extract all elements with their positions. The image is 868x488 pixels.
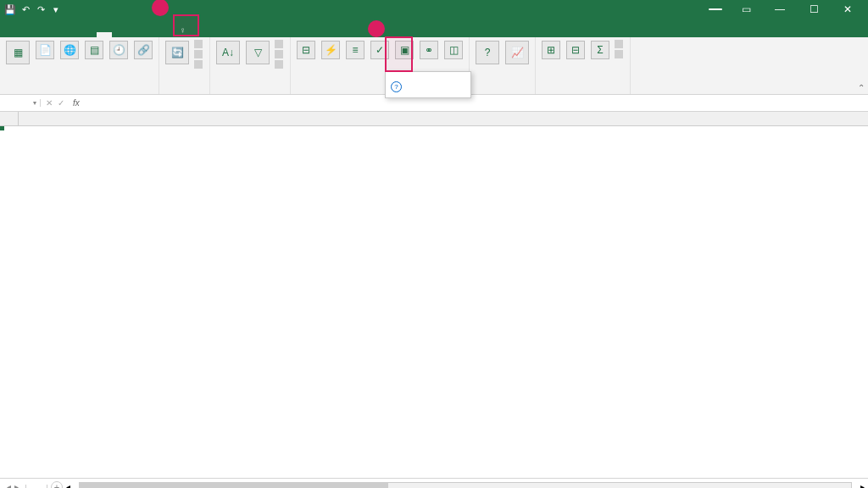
- ungroup-button[interactable]: ⊟: [564, 39, 587, 63]
- get-data-button[interactable]: ▦: [3, 39, 32, 68]
- fx-icon[interactable]: fx: [70, 98, 83, 108]
- data-validation-tooltip: [385, 71, 471, 98]
- callout-1-badge: [152, 0, 169, 16]
- hide-detail-button[interactable]: [613, 49, 626, 59]
- manage-data-model-button[interactable]: ◫: [442, 39, 465, 63]
- from-table-button[interactable]: ▤: [82, 39, 106, 63]
- queries-connections-button[interactable]: [192, 39, 206, 49]
- clear-filter-button[interactable]: [273, 39, 287, 49]
- select-all-corner[interactable]: [0, 112, 19, 125]
- close-button[interactable]: ✕: [831, 3, 865, 15]
- existing-connections-button[interactable]: 🔗: [131, 39, 155, 63]
- tooltip-more-info-link[interactable]: [391, 81, 465, 92]
- subtotal-button[interactable]: Σ: [588, 39, 612, 63]
- scroll-right-icon[interactable]: ▸: [860, 482, 865, 488]
- relationships-button[interactable]: ⚭: [417, 39, 441, 63]
- show-detail-button[interactable]: [613, 39, 626, 49]
- refresh-all-button[interactable]: 🔄: [163, 39, 192, 68]
- filter-button[interactable]: ▽: [243, 39, 272, 68]
- what-if-button[interactable]: ?: [473, 39, 502, 68]
- callout-2-box: [385, 36, 413, 72]
- horizontal-scrollbar[interactable]: [79, 482, 852, 489]
- from-text-csv-button[interactable]: 📄: [33, 39, 57, 63]
- scroll-left-icon[interactable]: ◂: [66, 482, 70, 488]
- collapse-ribbon-icon[interactable]: ⌃: [858, 83, 865, 92]
- forecast-sheet-button[interactable]: 📈: [503, 39, 531, 68]
- new-sheet-button[interactable]: +: [51, 481, 63, 489]
- title-bar: 💾 ↶ ↷ ▾ ▭ — ☐ ✕: [0, 0, 868, 19]
- advanced-filter-button[interactable]: [273, 59, 287, 69]
- callout-2-badge: [368, 20, 385, 37]
- signin-button[interactable]: [709, 8, 722, 10]
- group-queries: 🔄: [159, 37, 210, 94]
- sort-button[interactable]: A↓: [214, 39, 242, 68]
- edit-links-button[interactable]: [192, 59, 206, 69]
- ribbon-options-icon[interactable]: ▭: [729, 3, 763, 15]
- undo-icon[interactable]: ↶: [19, 3, 32, 16]
- group-label: [539, 93, 626, 94]
- group-get-transform: ▦ 📄 🌐 ▤ 🕘 🔗: [0, 37, 159, 94]
- sheet-nav[interactable]: ◂▸: [0, 482, 25, 488]
- ribbon-tabs: ♀: [0, 19, 868, 37]
- minimize-button[interactable]: —: [763, 3, 797, 15]
- group-outline: ⊞ ⊟ Σ: [536, 37, 631, 94]
- remove-duplicates-button[interactable]: ≡: [343, 39, 367, 63]
- text-to-columns-button[interactable]: ⊟: [294, 39, 318, 63]
- qat-dropdown-icon[interactable]: ▾: [49, 3, 63, 16]
- maximize-button[interactable]: ☐: [797, 3, 831, 15]
- recent-sources-button[interactable]: 🕘: [107, 39, 131, 63]
- reapply-button[interactable]: [273, 49, 287, 59]
- fill-handle[interactable]: [0, 126, 4, 130]
- group-label: [214, 93, 287, 94]
- properties-button[interactable]: [192, 49, 206, 59]
- callout-1-box: [173, 14, 199, 36]
- group-label: [3, 93, 155, 94]
- save-icon[interactable]: 💾: [3, 3, 17, 16]
- group-label: [473, 93, 531, 94]
- from-web-button[interactable]: 🌐: [58, 39, 81, 63]
- name-box[interactable]: ▾: [0, 99, 41, 107]
- quick-access-toolbar: 💾 ↶ ↷ ▾: [3, 3, 63, 16]
- sheet-tab-bar: ◂▸ + ◂ ▸: [0, 478, 868, 488]
- column-headers: [0, 112, 868, 126]
- sheet-tab[interactable]: [25, 485, 47, 489]
- worksheet[interactable]: [0, 112, 868, 478]
- redo-icon[interactable]: ↷: [34, 3, 47, 16]
- group-label: [163, 93, 206, 94]
- group-sort-filter: A↓ ▽: [210, 37, 291, 94]
- group-button[interactable]: ⊞: [539, 39, 563, 63]
- enter-icon[interactable]: ✓: [58, 98, 64, 108]
- cancel-icon[interactable]: ✕: [46, 98, 53, 108]
- group-forecast: ? 📈: [470, 37, 536, 94]
- flash-fill-button[interactable]: ⚡: [319, 39, 342, 63]
